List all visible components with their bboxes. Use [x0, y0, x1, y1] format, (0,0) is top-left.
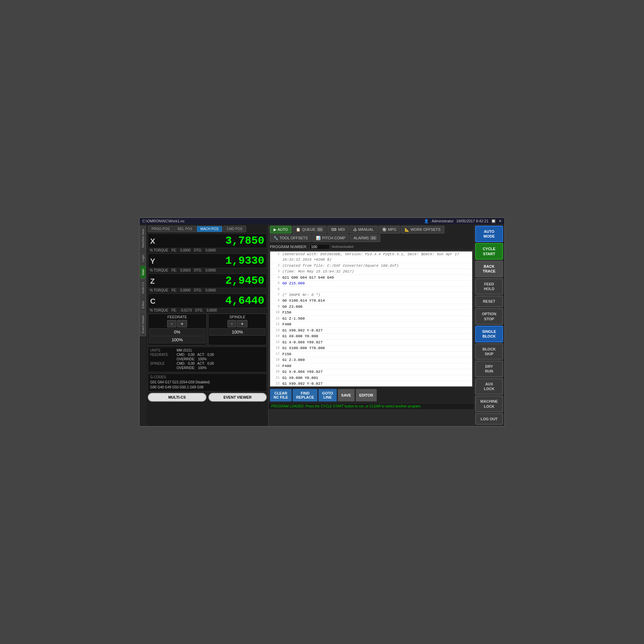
cycle-start-btn[interactable]: CYCLESTART — [475, 243, 503, 260]
side-tab-login[interactable]: Login — [140, 251, 146, 265]
axis-z-dtg-val: 0,0000 — [205, 288, 216, 292]
tab-rel-pos[interactable]: REL POS — [174, 226, 196, 232]
block-skip-btn[interactable]: BLOCKSKIP — [475, 343, 503, 360]
line-code: G1 X-0.066 Y69.927 — [282, 340, 323, 345]
feed-hold-btn[interactable]: FEEDHOLD — [475, 278, 503, 295]
line-code: G1 Z-3.000 — [282, 357, 305, 363]
queue-icon: 📋 — [296, 227, 301, 232]
axis-y-value: 1,9330 — [157, 255, 264, 267]
table-row: 12F400 — [270, 322, 472, 328]
axis-c-block: C 4,6440 % TORQUE FE: -0,0173 DTG: 0,000… — [148, 294, 267, 313]
tab-queue[interactable]: 📋 QUEUE (0) — [292, 226, 327, 234]
title-bar-user: Administrator — [431, 219, 454, 223]
pos-tabs: PROG POS REL POS MACH POS CMD POS — [148, 226, 267, 232]
table-row: 4G21 G90 G64 G17 G40 G49 — [270, 275, 472, 281]
table-row: 18G1 Z-3.000 — [270, 357, 472, 363]
tab-alarms[interactable]: ALARMS (0) — [350, 234, 380, 242]
back-trace-btn[interactable]: BACKTRACE — [475, 261, 503, 277]
side-tab-multi-cs[interactable]: Multi-CS — [140, 279, 146, 297]
feedrate-override-row: OVERRIDE: 100% — [150, 357, 264, 361]
tab-auto[interactable]: ▶ AUTO — [270, 226, 291, 234]
axis-c-value: 4,6440 — [157, 295, 264, 307]
axis-y-dtg-label: DTG: — [194, 268, 202, 272]
axis-x-fe-label: FE: — [172, 248, 177, 252]
line-code: (Created from file: C:/DXF Converter/Squ… — [282, 263, 399, 269]
axis-c-sub: % TORQUE FE: -0,0173 DTG: 0,0000 — [148, 308, 267, 313]
goto-line-btn[interactable]: GOTOLINE — [318, 389, 337, 402]
table-row: 14G1 X0.000 Y0.000 — [270, 334, 472, 340]
line-number: 3 — [271, 269, 280, 275]
tab-tool-offsets[interactable]: 🔧 TOOL OFFSETS — [270, 234, 311, 242]
table-row: 1(Generated with: DXF2GCODE, Version: Py… — [270, 251, 472, 263]
axis-c-torque-label: % TORQUE — [150, 308, 168, 312]
editor-btn[interactable]: EDITOR — [356, 389, 377, 402]
line-number: 18 — [271, 357, 280, 363]
tab-prog-pos[interactable]: PROG POS — [148, 226, 173, 232]
alarms-badge: (0) — [370, 236, 377, 240]
axis-x-torque-label: % TORQUE — [150, 248, 168, 252]
feedrate-override-val: 100% — [198, 357, 207, 361]
side-tab-event-viewer[interactable]: Event Viewer — [140, 312, 146, 336]
table-row: 19F400 — [270, 363, 472, 369]
find-replace-btn[interactable]: FINDREPLACE — [293, 389, 318, 402]
line-number: 21 — [271, 375, 280, 381]
work-offsets-icon: 📐 — [405, 227, 409, 232]
tab-queue-label: QUEUE — [302, 227, 315, 232]
save-btn[interactable]: SAVE — [338, 389, 355, 402]
nc-editor[interactable]: 1(Generated with: DXF2GCODE, Version: Py… — [270, 251, 472, 387]
tab-mpg[interactable]: 🔘 MPG — [378, 226, 400, 234]
spindle-info-cmd-val: 0,00 — [188, 362, 195, 365]
axis-y-torque-label: % TORQUE — [150, 268, 168, 272]
editor-toolbar: CLEARNC FILE FINDREPLACE GOTOLINE SAVE E… — [268, 387, 474, 403]
dry-run-btn[interactable]: DRYRUN — [475, 361, 503, 377]
auto-mode-btn[interactable]: AUTOMODE — [475, 226, 503, 242]
line-code: G1 X99.992 Y-0.027 — [282, 381, 323, 387]
tab-cmd-pos[interactable]: CMD POS — [223, 226, 246, 232]
spindle-minus-btn[interactable]: - — [227, 320, 237, 327]
aux-lock-btn[interactable]: AUXLOCK — [475, 378, 503, 395]
line-code: F150 — [282, 351, 291, 357]
machine-lock-btn[interactable]: MACHINELOCK — [475, 396, 503, 412]
reset-btn[interactable]: RESET — [475, 296, 503, 307]
axis-y-label: Y — [150, 257, 157, 266]
line-number: 10 — [271, 310, 280, 316]
option-stop-btn[interactable]: OPTIONSTOP — [475, 308, 503, 325]
feedrate-minus-btn[interactable]: - — [167, 320, 176, 327]
left-panel: PROG POS REL POS MACH POS CMD POS X 3,78… — [146, 224, 268, 426]
multi-cs-btn[interactable]: MULTI-CS — [148, 393, 206, 402]
feedrate-override-label2: OVERRIDE: — [177, 357, 195, 361]
log-out-btn[interactable]: LOG OUT — [475, 413, 503, 425]
side-tab-machine-view[interactable]: Machine View — [140, 226, 146, 251]
spindle-override-label2: OVERRIDE: — [177, 366, 195, 370]
axis-y-fe-label: FE: — [172, 268, 177, 272]
tab-manual-label: MANUAL — [358, 227, 374, 232]
single-block-btn[interactable]: SINGLEBLOCK — [475, 326, 503, 342]
tab-mdi[interactable]: ⌨ MDI — [327, 226, 348, 234]
mpg-icon: 🔘 — [382, 227, 387, 232]
info-section: UNITS MM (G21) FEEDRATE CMD: 0,00 ACT: 0… — [148, 347, 267, 372]
prog-number-input[interactable] — [309, 244, 330, 249]
tab-work-offsets[interactable]: 📐 WORK OFFSETS — [401, 226, 444, 234]
axis-z-sub: % TORQUE FE: 0,0000 DTG: 0,0000 — [148, 288, 267, 293]
feedrate-info-act-val: 0,00 — [207, 353, 214, 357]
feedrate-pct-top: 0% — [149, 328, 205, 336]
side-tab-main[interactable]: Main — [140, 266, 146, 279]
line-number: 20 — [271, 369, 280, 375]
tab-mach-pos[interactable]: MACH POS — [197, 226, 222, 232]
gcodes-section: G-CODES G01 G64 G17 G21 (G54-G59 Disable… — [148, 374, 267, 391]
table-row: 17F150 — [270, 351, 472, 358]
window-filepath: C:\OMRON\NC\Work1.nc — [142, 219, 184, 223]
tab-manual[interactable]: 🕹 MANUAL — [349, 226, 378, 234]
prog-number-row: PROGRAM NUMBER: NotDownloaded — [268, 243, 474, 250]
clear-nc-file-btn[interactable]: CLEARNC FILE — [270, 389, 292, 402]
line-code: (Time: Mon May 15 15:04:32 2017) — [282, 269, 354, 275]
table-row: 2(Created from file: C:/DXF Converter/Sq… — [270, 263, 472, 269]
title-bar-right: 👤 Administrator 19/05/2017 8:42:21 🔲✕ — [424, 219, 502, 223]
event-viewer-btn[interactable]: EVENT VIEWER — [208, 393, 267, 402]
tab-pitch-comp[interactable]: 📊 PITCH COMP — [312, 234, 349, 242]
feedrate-override: 100% — [149, 336, 205, 343]
side-tab-editor[interactable]: Editor — [140, 298, 146, 312]
feedrate-plus-btn[interactable]: + — [177, 320, 187, 327]
axis-c-dtg-label: DTG: — [195, 308, 203, 312]
spindle-plus-btn[interactable]: + — [237, 320, 247, 327]
